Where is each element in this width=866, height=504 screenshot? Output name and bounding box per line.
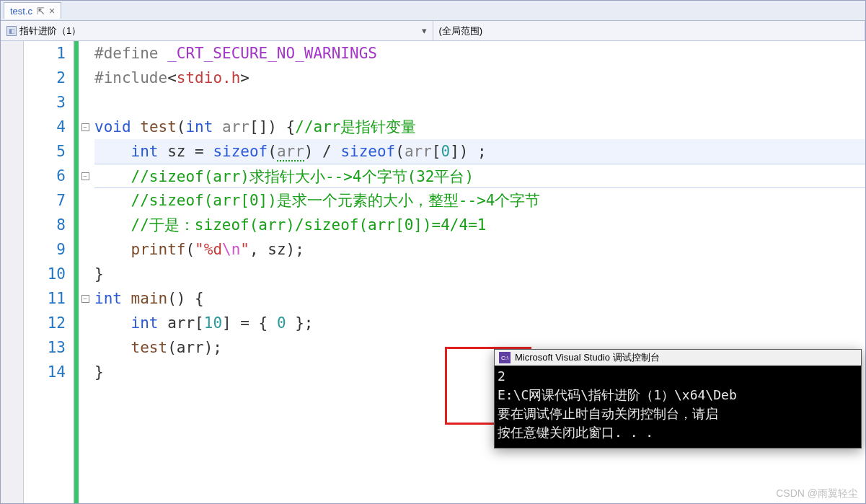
code-line[interactable]: printf("%d\n", sz);: [94, 237, 865, 262]
tab-filename: test.c: [10, 6, 32, 17]
watermark: CSDN @雨翼轻尘: [776, 487, 858, 500]
indicator-margin: [1, 41, 24, 503]
code-line[interactable]: #include<stdio.h>: [94, 66, 865, 90]
tab-strip: test.c ⇱ ×: [1, 1, 865, 21]
project-icon: ◧: [6, 26, 17, 36]
console-line: 2: [498, 367, 858, 386]
fold-toggle-icon[interactable]: −: [81, 123, 89, 131]
code-line[interactable]: [94, 90, 865, 115]
code-line[interactable]: //于是：sizeof(arr)/sizeof(arr[0])=4/4=1: [94, 213, 865, 237]
line-number: 7: [24, 188, 66, 213]
navigation-bar: ◧ 指针进阶（1） ▾ (全局范围): [1, 21, 865, 41]
close-icon[interactable]: ×: [49, 5, 55, 17]
line-number: 1: [24, 41, 66, 66]
code-line[interactable]: #define _CRT_SECURE_NO_WARNINGS: [94, 41, 865, 66]
code-line[interactable]: //sizeof(arr[0])是求一个元素的大小，整型-->4个字节: [94, 188, 865, 213]
file-tab-testc[interactable]: test.c ⇱ ×: [4, 2, 61, 19]
debug-console-window[interactable]: C:\ Microsoft Visual Studio 调试控制台 2E:\C网…: [494, 349, 862, 448]
line-number: 13: [24, 335, 66, 360]
code-line[interactable]: }: [94, 262, 865, 286]
nav-right-label: (全局范围): [439, 25, 483, 37]
console-title-text: Microsoft Visual Studio 调试控制台: [515, 351, 660, 364]
line-number: 10: [24, 262, 66, 286]
code-line[interactable]: int sz = sizeof(arr) / sizeof(arr[0]) ;: [94, 139, 865, 164]
line-number: 12: [24, 311, 66, 335]
nav-left-label: 指针进阶（1）: [19, 25, 81, 37]
fold-toggle-icon[interactable]: −: [81, 172, 89, 180]
nav-scope-right[interactable]: (全局范围): [433, 21, 866, 40]
code-line[interactable]: int arr[10] = { 0 };: [94, 311, 865, 335]
line-number-gutter: 1 2 3 4 5 6 7 8 9 10 11 12 13 14: [24, 41, 74, 503]
line-number: 3: [24, 90, 66, 115]
pin-icon[interactable]: ⇱: [37, 6, 45, 17]
console-line: 要在调试停止时自动关闭控制台，请启: [498, 404, 858, 423]
chevron-down-icon[interactable]: ▾: [422, 25, 427, 36]
line-number: 14: [24, 360, 66, 384]
line-number: 8: [24, 213, 66, 237]
line-number: 2: [24, 66, 66, 90]
console-line: E:\C网课代码\指针进阶（1）\x64\Deb: [498, 386, 858, 404]
line-number: 4: [24, 115, 66, 139]
line-number: 6: [24, 164, 66, 188]
nav-scope-left[interactable]: ◧ 指针进阶（1） ▾: [1, 21, 433, 40]
fold-margin: − − −: [79, 41, 92, 503]
line-number: 9: [24, 237, 66, 262]
code-line[interactable]: //sizeof(arr)求指针大小-->4个字节(32平台): [94, 164, 865, 188]
code-line[interactable]: int main() {: [94, 286, 865, 311]
console-output[interactable]: 2E:\C网课代码\指针进阶（1）\x64\Deb要在调试停止时自动关闭控制台，…: [495, 366, 861, 448]
console-icon: C:\: [499, 352, 511, 363]
line-number: 5: [24, 139, 66, 164]
line-number: 11: [24, 286, 66, 311]
console-titlebar[interactable]: C:\ Microsoft Visual Studio 调试控制台: [495, 350, 861, 366]
console-line: 按任意键关闭此窗口. . .: [498, 423, 858, 442]
code-line[interactable]: void test(int arr[]) {//arr是指针变量: [94, 115, 865, 139]
fold-toggle-icon[interactable]: −: [81, 295, 89, 303]
